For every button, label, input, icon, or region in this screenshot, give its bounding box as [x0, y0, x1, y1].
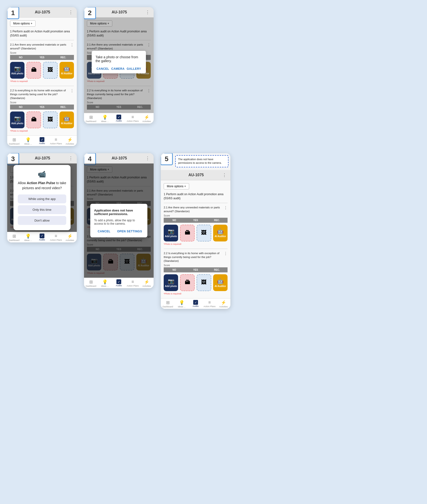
landscape-photo-btn-22-5[interactable]: 🖼: [197, 274, 211, 291]
nav-audits-5[interactable]: ✓ Audits: [189, 300, 202, 308]
audit-section-2: 1 Perform audit on Action Audit promotio…: [87, 30, 151, 38]
nav-audits-1[interactable]: ✓ Audits: [36, 137, 48, 145]
nav-action-plans-4[interactable]: ≡ Action Plans: [127, 279, 139, 287]
perm-dont-allow[interactable]: Don't allow: [18, 216, 66, 225]
question-21-menu-5[interactable]: ⋮: [222, 206, 228, 210]
add-photo-label-21-1: Add photo: [11, 72, 23, 75]
score-buttons-22-2: NO YES REC.: [87, 104, 151, 110]
nav-activities-3[interactable]: ⚡ Activities: [64, 234, 76, 241]
nav-activities-5[interactable]: ⚡ Activities: [217, 300, 230, 308]
nav-audits-2[interactable]: ✓ Audits: [113, 115, 125, 123]
nav-ideas-4[interactable]: 💡 Ideas ...: [99, 279, 111, 287]
perm-while-using[interactable]: While using the app: [18, 194, 66, 203]
ai-auditor-btn-22-1[interactable]: 🤖 AI Auditor: [60, 111, 74, 128]
add-photo-btn-21-5[interactable]: 📷 Add photo: [164, 225, 178, 241]
nav-dashboard-2[interactable]: ⊞ Dashboard: [85, 115, 97, 123]
phone-3-menu-icon[interactable]: ⋮: [69, 156, 73, 161]
add-photo-label-21-5: Add photo: [165, 235, 177, 238]
bottom-nav-1: ⊞ Dashboard 💡 Ideas ... ✓ Audits ≡ Actio…: [7, 135, 77, 146]
row-1: 1 AU-1075 ⋮ More options + 1 Perform aud…: [7, 7, 420, 146]
nav-action-plans-5[interactable]: ≡ Action Plans: [203, 300, 216, 308]
phone-4-menu-icon[interactable]: ⋮: [145, 156, 150, 161]
bottom-nav-5: ⊞ Dashboard 💡 Ideas ... ✓ Audits ≡ Actio…: [161, 298, 230, 309]
question-21-text-2: 2.1 Are there any unneeded materials or …: [87, 43, 145, 50]
score-rec-22-2[interactable]: REC.: [129, 104, 151, 110]
nav-dashboard-1[interactable]: ⊞ Dashboard: [8, 137, 20, 145]
nav-dashboard-3[interactable]: ⊞ Dashboard: [8, 234, 20, 241]
landscape-photo-btn-22-1[interactable]: 🖼: [43, 111, 58, 128]
score-yes-21-1[interactable]: YES: [31, 55, 53, 60]
audits-check-icon-2: ✓: [116, 115, 121, 119]
question-21-menu-1[interactable]: ⋮: [69, 43, 74, 47]
nav-activities-1[interactable]: ⚡ Activities: [64, 137, 76, 145]
score-yes-22-1[interactable]: YES: [31, 104, 53, 110]
score-buttons-22-1: NO YES REC.: [10, 104, 74, 110]
phone-2-menu-icon[interactable]: ⋮: [145, 10, 150, 15]
perm-only-this-time[interactable]: Only this time: [18, 205, 66, 214]
add-photo-btn-21-1[interactable]: 📷 Add photo: [10, 62, 24, 79]
landscape-icon-21-5: 🖼: [201, 230, 206, 236]
score-no-21-5[interactable]: NO: [164, 218, 185, 223]
nav-audits-3[interactable]: ✓ Audits: [36, 234, 48, 241]
nav-action-plans-3[interactable]: ≡ Action Plans: [50, 234, 62, 241]
question-22-menu-1[interactable]: ⋮: [69, 89, 74, 93]
nav-activities-4[interactable]: ⚡ Activities: [140, 279, 153, 287]
score-no-22-5[interactable]: NO: [164, 267, 185, 272]
activities-icon-2: ⚡: [144, 115, 149, 120]
phone-5-title: AU-1075: [170, 173, 222, 177]
question-21-menu-2[interactable]: ⋮: [145, 43, 151, 47]
more-options-btn-5[interactable]: More options +: [164, 183, 189, 189]
ai-auditor-btn-21-5[interactable]: 🤖 AI Auditor: [213, 225, 228, 241]
screen-4: 4 AU-1075 ⋮ More options + 1 Perform aud…: [84, 153, 154, 288]
nav-ideas-3[interactable]: 💡 Ideas ...: [22, 234, 34, 241]
nav-ideas-1[interactable]: 💡 Ideas ...: [22, 137, 34, 145]
nav-action-plans-2[interactable]: ≡ Action Plans: [127, 115, 139, 123]
ai-auditor-btn-22-5[interactable]: 🤖 AI Auditor: [213, 274, 228, 291]
score-rec-21-1[interactable]: REC.: [53, 55, 74, 60]
score-rec-22-5[interactable]: REC.: [206, 267, 228, 272]
question-22-menu-5[interactable]: ⋮: [222, 251, 228, 256]
phone-5-body: More options + 1 Perform audit on Action…: [161, 180, 230, 298]
more-options-btn-1[interactable]: More options +: [10, 20, 36, 27]
add-photo-btn-22-5[interactable]: 📷 Add photo: [164, 274, 178, 291]
photo-choice-gallery[interactable]: GALLERY: [127, 67, 141, 70]
nav-dashboard-5[interactable]: ⊞ Dashboard: [161, 300, 174, 308]
score-no-22-2[interactable]: NO: [87, 104, 108, 110]
score-rec-21-5[interactable]: REC.: [206, 218, 228, 223]
add-photo-btn-22-1[interactable]: 📷 Add photo: [10, 111, 24, 128]
score-buttons-22-5: NO YES REC.: [164, 267, 228, 272]
gallery-photo-btn-22-5[interactable]: 🏔: [180, 274, 195, 291]
insuf-perm-cancel[interactable]: CANCEL: [96, 229, 112, 234]
phone-5-menu-icon[interactable]: ⋮: [222, 172, 227, 178]
photo-choice-camera[interactable]: CAMERA: [111, 67, 125, 70]
nav-dashboard-label-4: Dashboard: [86, 285, 96, 287]
score-yes-21-5[interactable]: YES: [185, 218, 206, 223]
nav-audits-4[interactable]: ✓ Audits: [113, 279, 125, 287]
question-22-menu-2[interactable]: ⋮: [145, 89, 151, 93]
score-no-21-1[interactable]: NO: [10, 55, 31, 60]
question-22-text-5: 2.2 Is everything in its home with excep…: [164, 251, 222, 263]
score-no-22-1[interactable]: NO: [10, 104, 31, 110]
nav-action-plans-1[interactable]: ≡ Action Plans: [50, 137, 62, 145]
gallery-photo-btn-22-1[interactable]: 🏔: [26, 111, 41, 128]
nav-dashboard-4[interactable]: ⊞ Dashboard: [85, 279, 97, 287]
ai-icon-21-1: 🤖: [63, 66, 70, 72]
nav-ideas-2[interactable]: 💡 Ideas ...: [99, 115, 111, 123]
photo-buttons-22-5: 📷 Add photo 🏔 🖼 🤖 AI Auditor: [164, 274, 228, 291]
score-rec-22-1[interactable]: REC.: [53, 104, 74, 110]
more-options-btn-2[interactable]: More options +: [87, 20, 112, 27]
question-22-block-5: 2.2 Is everything in its home with excep…: [164, 251, 228, 295]
insuf-perm-settings[interactable]: OPEN SETTINGS: [116, 229, 144, 234]
landscape-photo-btn-21-1[interactable]: 🖼: [43, 62, 58, 79]
gallery-photo-btn-21-1[interactable]: 🏔: [26, 62, 41, 79]
nav-ideas-5[interactable]: 💡 Ideas ...: [175, 300, 188, 308]
landscape-photo-btn-21-5[interactable]: 🖼: [197, 225, 211, 241]
phone-1-menu-icon[interactable]: ⋮: [69, 10, 73, 15]
gallery-photo-btn-21-5[interactable]: 🏔: [180, 225, 195, 241]
photo-choice-dialog: Take a photo or choose from the gallery.…: [92, 51, 146, 73]
score-yes-22-2[interactable]: YES: [108, 104, 130, 110]
ai-auditor-btn-21-1[interactable]: 🤖 AI Auditor: [60, 62, 74, 79]
photo-choice-cancel[interactable]: CANCEL: [97, 67, 109, 70]
nav-activities-2[interactable]: ⚡ Activities: [140, 115, 153, 123]
score-yes-22-5[interactable]: YES: [185, 267, 206, 272]
